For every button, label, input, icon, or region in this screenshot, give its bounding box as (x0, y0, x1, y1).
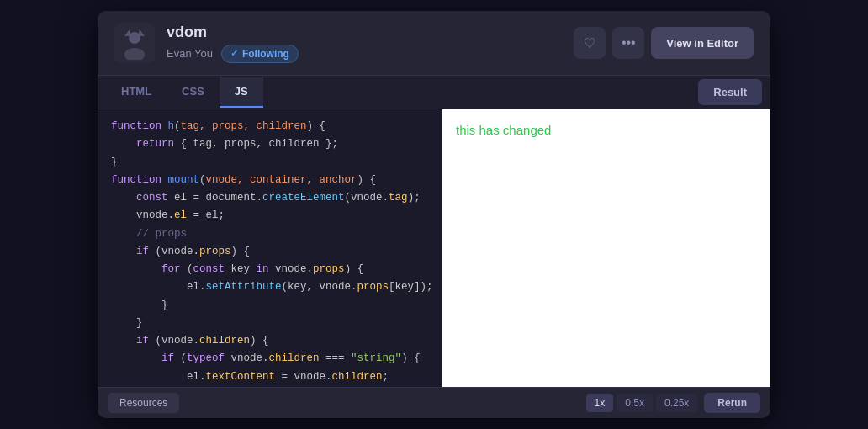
main-card: vdom Evan You ✓ Following ♡ ••• View in … (98, 11, 770, 418)
code-line: function mount(vnode, container, anchor)… (98, 172, 442, 189)
following-label: Following (242, 48, 289, 60)
author-row: Evan You ✓ Following (167, 45, 562, 63)
code-line: } (98, 154, 442, 172)
tab-html[interactable]: HTML (106, 77, 167, 108)
code-line: if (vnode.props) { (98, 243, 442, 261)
user-info: vdom Evan You ✓ Following (167, 24, 562, 63)
code-line: for (const key in vnode.props) { (98, 261, 442, 278)
more-button[interactable]: ••• (612, 27, 644, 59)
zoom-controls: 1x 0.5x 0.25x (586, 394, 698, 412)
code-line: if (vnode.children) { (98, 332, 442, 350)
editor-area: function h(tag, props, children) { retur… (98, 109, 770, 387)
code-line: el.setAttribute(key, vnode.props[key]); (98, 278, 442, 296)
resources-button[interactable]: Resources (108, 393, 179, 413)
code-panel[interactable]: function h(tag, props, children) { retur… (98, 109, 442, 387)
like-button[interactable]: ♡ (574, 27, 606, 59)
code-line: // props (98, 225, 442, 243)
code-line: const el = document.createElement(vnode.… (98, 189, 442, 207)
tab-bar: HTML CSS JS Result (98, 76, 770, 109)
header: vdom Evan You ✓ Following ♡ ••• View in … (98, 11, 770, 76)
bottom-bar: Resources 1x 0.5x 0.25x Rerun (98, 387, 770, 418)
code-line: } (98, 297, 442, 315)
view-editor-button[interactable]: View in Editor (651, 27, 754, 59)
result-panel: this has changed (442, 109, 770, 387)
result-button[interactable]: Result (698, 79, 762, 105)
zoom-1x-button[interactable]: 1x (586, 394, 614, 412)
code-line: } else { (98, 386, 442, 387)
code-line: function h(tag, props, children) { (98, 118, 442, 135)
zoom-025x-button[interactable]: 0.25x (656, 394, 697, 412)
code-line: } (98, 315, 442, 332)
author-name: Evan You (167, 47, 213, 60)
ellipsis-icon: ••• (622, 35, 636, 50)
check-icon: ✓ (230, 48, 238, 59)
tab-css[interactable]: CSS (167, 77, 220, 108)
username: vdom (167, 24, 562, 41)
result-text: this has changed (456, 123, 551, 137)
following-badge[interactable]: ✓ Following (221, 45, 299, 63)
rerun-button[interactable]: Rerun (704, 393, 760, 413)
heart-icon: ♡ (584, 35, 595, 51)
code-line: vnode.el = el; (98, 207, 442, 225)
tab-js[interactable]: JS (220, 77, 263, 108)
header-actions: ♡ ••• View in Editor (574, 27, 754, 59)
code-line: if (typeof vnode.children === "string") … (98, 350, 442, 368)
avatar (114, 23, 155, 63)
code-line: el.textContent = vnode.children; (98, 368, 442, 386)
zoom-05x-button[interactable]: 0.5x (617, 394, 653, 412)
code-line: return { tag, props, children }; (98, 135, 442, 153)
